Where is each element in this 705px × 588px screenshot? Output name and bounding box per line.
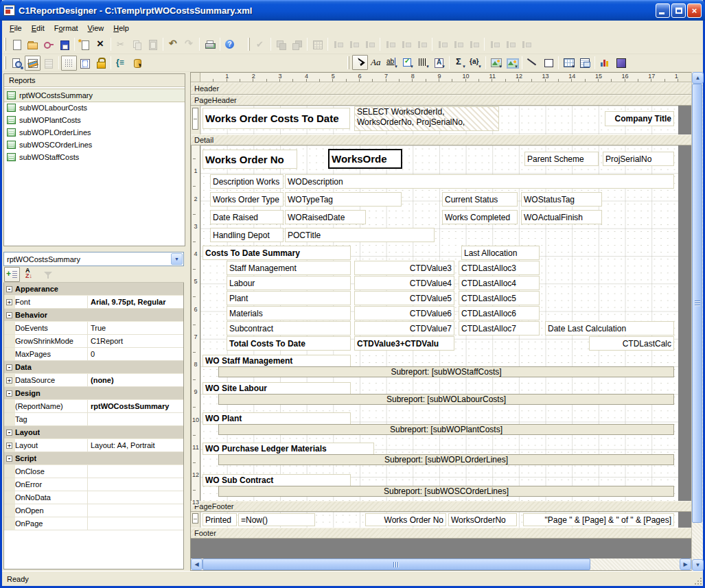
band-header[interactable]: Header (191, 82, 691, 95)
close-button[interactable]: × (687, 3, 702, 18)
report-item-rptWOCostsSummary[interactable]: rptWOCostsSummary (4, 89, 185, 102)
vertical-ruler[interactable]: 12345678910111213 (191, 145, 200, 501)
add-calculated-field-button[interactable]: ▼ (452, 55, 467, 70)
report-field[interactable]: Subreport: [subWOLabourCosts] (218, 394, 674, 405)
expand-toggle-icon[interactable]: - (6, 456, 12, 462)
alphabetical-button[interactable]: ▼ (22, 267, 38, 282)
field-report-title[interactable]: Works Order Costs To Date (203, 108, 350, 129)
minimize-button[interactable] (656, 3, 670, 18)
report-field[interactable]: Subreport: [subWOSCOrderLines] (218, 486, 674, 497)
add-chart-button[interactable]: ▼ (597, 55, 613, 70)
toolbar-gripper[interactable] (248, 38, 250, 51)
page-setup-button[interactable]: ▼ (77, 56, 93, 71)
band-footer[interactable]: Footer (191, 528, 691, 539)
property-category-behavior[interactable]: - Behavior (4, 309, 183, 322)
add-image-button[interactable]: ▼ (504, 55, 520, 70)
report-field[interactable]: CTDLastCalc (589, 336, 674, 351)
report-field[interactable]: Printed (203, 513, 237, 526)
property-onnodata[interactable]: OnNoData (4, 491, 183, 504)
report-field[interactable]: POCTitle (285, 228, 435, 242)
expand-toggle-icon[interactable]: - (6, 364, 12, 371)
report-field[interactable]: CTDValue3 (354, 261, 454, 275)
undo-button[interactable]: ▼ (165, 37, 181, 52)
report-field[interactable]: Labour (227, 276, 351, 290)
property-value[interactable]: Layout: A4, Portrait (88, 439, 183, 451)
toolbar-gripper[interactable] (347, 56, 349, 69)
report-field[interactable]: Costs To Date Summary (203, 246, 351, 260)
scroll-left-button[interactable]: ◀ (191, 558, 203, 570)
property-category-layout[interactable]: - Layout (4, 426, 183, 439)
section-margin-handle[interactable] (192, 108, 198, 130)
report-field[interactable]: CTDLastAlloc3 (459, 261, 540, 275)
report-field[interactable]: WO Site Labour (203, 382, 351, 395)
report-field[interactable]: =Now() (238, 513, 315, 526)
report-field[interactable]: Last Allocation (461, 246, 540, 260)
property-category-script[interactable]: - Script (4, 452, 183, 465)
delete-report-button[interactable]: ▼ (93, 37, 108, 52)
property-reportname[interactable]: (ReportName) rptWOCostsSummary (4, 400, 183, 413)
new-report-button[interactable]: ▼ (77, 37, 93, 52)
design-mode-button[interactable]: ▼ (25, 56, 41, 71)
vertical-scroll-thumb[interactable] (692, 84, 702, 523)
lock-controls-button[interactable]: ▼ (93, 56, 108, 71)
report-field[interactable]: WOTypeTag (285, 192, 402, 207)
report-field[interactable]: CTDLastAlloc4 (459, 276, 540, 290)
property-datasource[interactable]: + DataSource (none) (4, 374, 183, 387)
expand-toggle-icon[interactable]: - (6, 390, 12, 397)
property-doevents[interactable]: DoEvents True (4, 322, 183, 335)
field-sql-select[interactable]: SELECT WorksOrderId, WorksOrderNo, ProjS… (354, 106, 499, 131)
show-grid-button[interactable]: ▼ (61, 56, 77, 71)
report-field[interactable]: WO Purchase Ledger Materials (203, 443, 374, 455)
field-company-title[interactable]: Company Title (605, 111, 674, 126)
report-field[interactable]: WO Sub Contract (203, 474, 351, 486)
menu-help[interactable]: Help (108, 22, 134, 34)
band-detail[interactable]: Detail (191, 134, 691, 145)
report-field[interactable]: Date Last Calculation (545, 321, 674, 336)
open-database-button[interactable]: ▼ (41, 37, 56, 52)
add-subreport-button[interactable]: ▼ (577, 55, 592, 70)
expand-toggle-icon[interactable]: + (6, 443, 12, 449)
add-expression-button[interactable]: ▼ (467, 55, 483, 70)
report-field[interactable]: WorksOrderNo (448, 513, 517, 526)
horizontal-scroll-thumb[interactable] (203, 558, 590, 570)
report-field[interactable]: Subreport: [subWOPlantCosts] (218, 424, 674, 435)
add-label-button[interactable]: ▼ (368, 55, 384, 70)
help-button[interactable]: ▼ (222, 37, 238, 52)
report-field[interactable]: Works Completed (442, 210, 518, 224)
open-file-button[interactable]: ▼ (25, 37, 41, 52)
add-barcode-button[interactable]: ▼ (415, 55, 431, 70)
toolbar-gripper[interactable] (4, 38, 6, 51)
add-rectangle-button[interactable]: ▼ (540, 55, 556, 70)
field-projserialno[interactable]: ProjSerialNo (603, 152, 674, 166)
field-worksorderno-selected[interactable]: WorksOrde (328, 149, 402, 169)
expand-toggle-icon[interactable]: - (6, 430, 12, 436)
add-line-button[interactable]: ▼ (524, 55, 540, 70)
resize-grip[interactable] (693, 576, 702, 585)
property-value[interactable]: rptWOCostsSummary (88, 400, 183, 412)
report-field[interactable]: Total Costs To Date (227, 336, 351, 351)
object-selector-combobox[interactable]: rptWOCostsSummary ▼ (3, 252, 184, 266)
expand-toggle-icon[interactable]: + (6, 299, 12, 305)
report-item-subWOSCOrderLines[interactable]: subWOSCOrderLines (4, 139, 185, 151)
panel-splitter[interactable] (185, 72, 190, 571)
report-field[interactable]: Subreport: [subWOPLOrderLines] (218, 454, 674, 465)
expand-toggle-icon[interactable]: + (6, 377, 12, 384)
horizontal-ruler[interactable]: 123456789101112131415161718 (191, 73, 691, 82)
add-checkbox-button[interactable]: ▼ (400, 55, 415, 70)
add-gradient-button[interactable]: ▼ (613, 55, 629, 70)
report-field[interactable]: WORaisedDate (285, 210, 366, 224)
report-item-subWOPlantCosts[interactable]: subWOPlantCosts (4, 114, 185, 126)
categorized-button[interactable]: ▼ (4, 267, 20, 282)
report-field[interactable]: CTDLastAlloc6 (459, 306, 540, 320)
property-category-appearance[interactable]: - Appearance (4, 283, 183, 296)
add-table-button[interactable]: ▼ (561, 55, 577, 70)
report-field[interactable]: Staff Management (227, 261, 351, 275)
report-field[interactable]: CTDValue3+CTDValu (354, 336, 454, 351)
combo-dropdown-button[interactable]: ▼ (171, 253, 183, 265)
property-value[interactable]: C1Report (88, 335, 183, 347)
property-onopen[interactable]: OnOpen (4, 504, 183, 517)
detail-canvas[interactable]: Works Order NoWorksOrdeParent SchemeProj… (200, 145, 678, 501)
maximize-button[interactable] (671, 3, 686, 18)
scroll-down-button[interactable]: ▼ (692, 559, 704, 571)
report-field[interactable]: Materials (227, 306, 351, 320)
